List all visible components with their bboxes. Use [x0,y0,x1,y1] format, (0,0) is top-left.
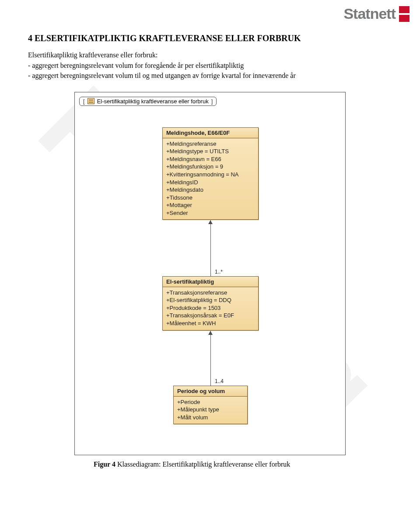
class-diagram: [ El-sertifikatpliktig kraftleveranse el… [74,92,346,455]
diagram-title-text: El-sertifikatpliktig kraftleveranse elle… [97,98,209,105]
class-box-periode-volum: Periode og volum +Periode +Målepunkt typ… [173,386,248,425]
brand-logo: Statnett [343,5,410,22]
class-title: Meldingshode, E66/E0F [163,128,258,138]
body-line-3: - aggregert beregningsrelevant volum til… [28,71,392,81]
diagram-icon [88,98,94,104]
class-box-meldingshode: Meldingshode, E66/E0F +Meldingsreferanse… [162,127,259,220]
brand-logo-text: Statnett [343,5,396,22]
section-number: 4 [28,33,32,43]
class-attr: +Meldingsdato [166,186,255,194]
class-attr: +Meldingsreferanse [166,140,255,148]
class-attr: +Meldingstype = UTILTS [166,148,255,155]
class-attr: +Kvitteringsanmodning = NA [166,171,255,179]
class-attr: +Tidssone [166,194,255,202]
class-attr: +Periode [177,398,244,406]
class-title: El-sertifikatpliktig [163,277,258,287]
class-attr: +Måleenhet = KWH [166,320,255,327]
class-attr: +Mottager [166,201,255,209]
diagram-title-tab: [ El-sertifikatpliktig kraftleveranse el… [79,97,217,106]
class-attr: +MeldingsID [166,179,255,186]
connector-line [210,331,211,386]
class-attrs: +Periode +Målepunkt type +Målt volum [174,397,247,424]
bracket-open: [ [83,98,85,105]
class-attr: +Meldingsfunksjon = 9 [166,163,255,171]
arrowhead-icon [208,220,213,224]
section-title-first: E [35,33,40,43]
class-attr: +Transaksjonsreferanse [166,289,255,297]
class-attr: +Målt volum [177,414,244,422]
class-attr: +Meldingsnavn = E66 [166,155,255,163]
section-heading: 4 ELSERTIFIKATPLIKTIG KRAFTLEVERANSE ELL… [28,33,392,43]
class-attrs: +Meldingsreferanse +Meldingstype = UTILT… [163,138,258,219]
body-line-1: Elsertifikatpliktig kraftleveranse eller… [28,50,392,60]
connector-line [210,220,211,276]
class-attr: +Sender [166,209,255,217]
multiplicity-label: 1..* [215,269,223,275]
body-line-2: - aggregert beregningsrelevant volum for… [28,61,392,70]
class-box-elsertifikatpliktig: El-sertifikatpliktig +Transaksjonsrefera… [162,276,259,330]
bracket-close: ] [211,98,213,105]
class-attrs: +Transaksjonsreferanse +El-sertifikatpli… [163,287,258,330]
class-attr: +Produktkode = 1503 [166,304,255,312]
figure-caption: Figur 4 Klassediagram: Elsertifikatplikt… [94,460,392,468]
class-attr: +Målepunkt type [177,406,244,414]
figure-label: Figur 4 [94,460,116,468]
class-title: Periode og volum [174,386,247,397]
arrowhead-icon [208,331,213,335]
class-attr: +El-sertifikatpliktig = DDQ [166,296,255,304]
multiplicity-label: 1..4 [215,378,224,384]
class-attr: +Transaksjonsårsak = E0F [166,312,255,320]
figure-caption-text: Klassediagram: Elsertifikatpliktig kraft… [116,460,290,468]
brand-logo-icon [399,6,410,22]
section-title-rest: LSERTIFIKATPLIKTIG KRAFTLEVERANSE ELLER … [40,33,301,43]
